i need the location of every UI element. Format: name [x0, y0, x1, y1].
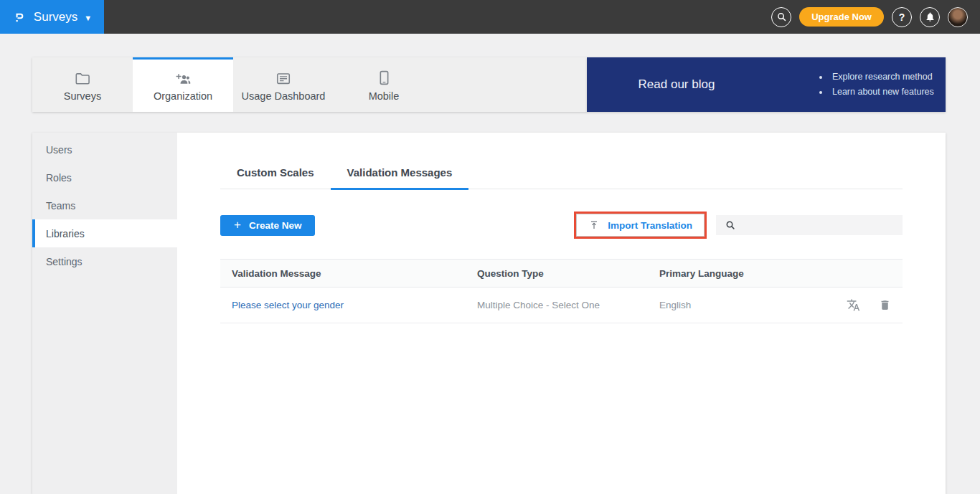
table-row: Please select your gender Multiple Choic… — [220, 288, 903, 323]
folder-icon — [75, 70, 90, 85]
primary-language-cell: English — [659, 300, 829, 310]
plus-icon: + — [234, 218, 241, 232]
module-nav: Surveys Organization Usage Dashboard Mob… — [32, 57, 587, 112]
sidebar-item-users[interactable]: Users — [32, 136, 177, 163]
validation-messages-table: Validation Message Question Type Primary… — [220, 259, 903, 323]
import-translation-highlight-box: Import Translation — [574, 212, 707, 239]
sidebar-item-settings[interactable]: Settings — [32, 247, 177, 275]
chevron-down-icon: ▼ — [84, 14, 92, 22]
module-tab-label: Usage Dashboard — [242, 90, 326, 102]
sidebar-item-roles[interactable]: Roles — [32, 163, 177, 191]
blog-panel-title[interactable]: Read our blog — [587, 77, 766, 92]
sidebar-item-label: Settings — [46, 256, 83, 267]
topbar: Surveys ▼ Upgrade Now ? — [0, 0, 980, 34]
sidebar-item-label: Roles — [46, 172, 72, 184]
content-tabs: Custom Scales Validation Messages — [220, 166, 903, 189]
upgrade-button[interactable]: Upgrade Now — [799, 7, 884, 27]
sidebar-item-libraries[interactable]: Libraries — [32, 219, 177, 247]
sidebar-item-teams[interactable]: Teams — [32, 191, 177, 219]
screen: Surveys ▼ Upgrade Now ? — [0, 0, 980, 494]
help-button[interactable]: ? — [892, 7, 912, 27]
create-new-button[interactable]: + Create New — [220, 215, 315, 236]
questionpro-logo-icon — [12, 9, 27, 26]
row-actions — [829, 298, 891, 312]
product-label: Surveys — [34, 10, 77, 24]
dashboard-card-icon — [275, 70, 291, 85]
product-switcher[interactable]: Surveys ▼ — [0, 0, 104, 34]
translate-icon[interactable] — [847, 298, 860, 312]
delete-icon[interactable] — [879, 298, 891, 312]
sidebar-item-label: Libraries — [46, 228, 85, 239]
bell-icon — [925, 11, 936, 22]
tab-validation-messages[interactable]: Validation Messages — [331, 166, 469, 190]
notifications-button[interactable] — [920, 7, 940, 27]
blog-panel[interactable]: Read our blog Explore research method Le… — [587, 57, 946, 112]
column-header-validation-message: Validation Message — [232, 268, 477, 279]
column-header-question-type: Question Type — [477, 268, 659, 279]
import-translation-label: Import Translation — [608, 220, 692, 231]
table-search[interactable] — [716, 215, 903, 235]
question-mark-icon: ? — [899, 11, 905, 23]
module-tab-organization[interactable]: Organization — [133, 57, 233, 112]
module-tab-label: Organization — [154, 90, 212, 102]
module-tab-mobile[interactable]: Mobile — [334, 57, 434, 112]
avatar[interactable] — [948, 7, 968, 27]
toolbar: + Create New Import Translation — [220, 212, 903, 239]
sidebar: Users Roles Teams Libraries Settings — [32, 133, 177, 494]
validation-message-link[interactable]: Please select your gender — [232, 300, 477, 310]
upload-icon — [588, 219, 600, 231]
column-header-primary-language: Primary Language — [659, 268, 829, 279]
module-tab-surveys[interactable]: Surveys — [32, 57, 133, 112]
search-icon — [776, 11, 787, 22]
module-tab-label: Surveys — [64, 90, 101, 102]
module-tab-usage-dashboard[interactable]: Usage Dashboard — [233, 57, 334, 112]
blog-bullet-list: Explore research method Learn about new … — [829, 70, 934, 100]
create-new-label: Create New — [249, 220, 302, 231]
search-input[interactable] — [742, 215, 903, 235]
smartphone-icon — [379, 70, 390, 85]
search-icon — [725, 219, 736, 231]
blog-bullet: Explore research method — [829, 70, 934, 85]
blog-bullet: Learn about new features — [829, 85, 934, 100]
topbar-actions: Upgrade Now ? — [771, 7, 980, 27]
module-tab-label: Mobile — [369, 90, 400, 102]
table-header-row: Validation Message Question Type Primary… — [220, 259, 903, 288]
main-card: Users Roles Teams Libraries Settings Cus… — [32, 133, 946, 494]
add-group-icon — [174, 70, 192, 85]
content-area: Custom Scales Validation Messages + Crea… — [177, 133, 946, 494]
question-type-cell: Multiple Choice - Select One — [477, 300, 659, 310]
tab-custom-scales[interactable]: Custom Scales — [220, 166, 331, 190]
import-translation-button[interactable]: Import Translation — [576, 214, 705, 237]
sidebar-item-label: Teams — [46, 200, 75, 212]
sidebar-item-label: Users — [46, 144, 72, 156]
search-button[interactable] — [771, 7, 791, 27]
